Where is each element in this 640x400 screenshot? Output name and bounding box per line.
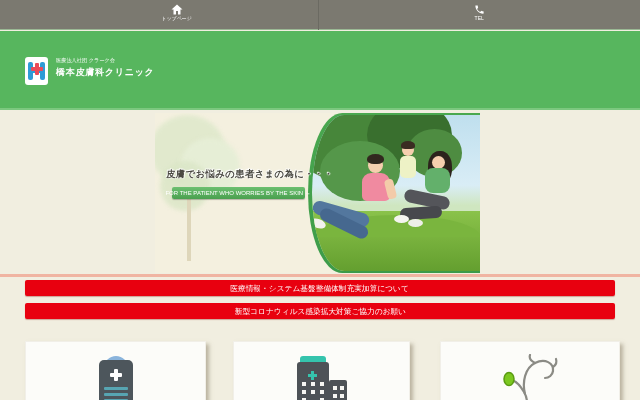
organization-name: 医療法人社団 クラーク会 [56, 58, 115, 63]
divider-line [0, 274, 640, 277]
phone-icon [474, 4, 485, 15]
tel-label: TEL [475, 16, 484, 21]
tel-button[interactable]: TEL [318, 0, 640, 30]
hero-tagline-banner[interactable]: FOR THE PATIENT WHO WORRIES BY THE SKIN … [172, 187, 305, 199]
medical-chart-icon [99, 356, 133, 400]
notice-banner-covid[interactable]: 新型コロナウィルス感染拡大対策ご協力のお願い [25, 303, 615, 319]
hospital-building-icon [297, 356, 347, 400]
top-page-label: トップページ [162, 16, 193, 21]
notice-text: 医療情報・システム基盤整備体制充実加算について [231, 284, 410, 292]
card-hospital[interactable] [233, 341, 410, 400]
site-header: 医療法人社団 クラーク会 橋本皮膚科クリニック [0, 31, 640, 110]
hero-catchcopy: 皮膚でお悩みの患者さまの為に・・・ [166, 168, 334, 179]
stethoscope-icon [498, 354, 562, 400]
family-on-grass-photo [312, 115, 480, 271]
home-icon [171, 4, 183, 15]
hero-banner: 皮膚でお悩みの患者さまの為に・・・ FOR THE PATIENT WHO WO… [155, 113, 480, 273]
clinic-logo-icon [25, 57, 48, 85]
notice-text: 新型コロナウィルス感染拡大対策ご協力のお願い [234, 307, 405, 315]
card-medical-chart[interactable] [25, 341, 206, 400]
notice-banner-medical-info[interactable]: 医療情報・システム基盤整備体制充実加算について [25, 280, 615, 296]
top-navigation-bar: トップページ TEL [0, 0, 640, 30]
clinic-homepage: { "topbar": { "home_label": "トップページ", "t… [0, 0, 640, 400]
hero-tagline-text: FOR THE PATIENT WHO WORRIES BY THE SKIN … [166, 190, 311, 196]
top-page-button[interactable]: トップページ [0, 0, 318, 30]
hero-photo-frame [308, 113, 480, 273]
card-stethoscope[interactable] [440, 341, 620, 400]
clinic-name: 橋本皮膚科クリニック [56, 67, 155, 78]
